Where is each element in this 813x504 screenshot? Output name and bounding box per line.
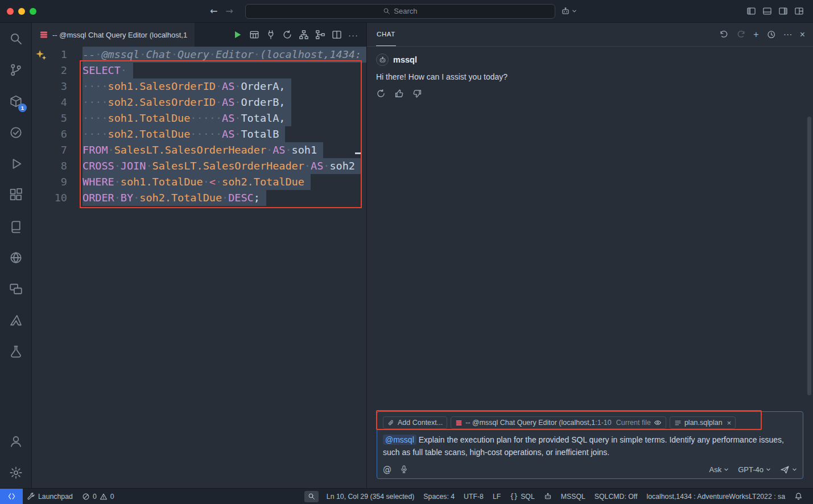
chat-undo-button[interactable]: [719, 30, 729, 39]
chat-close-button[interactable]: ×: [800, 30, 805, 39]
navigate-forward-button[interactable]: →: [222, 6, 237, 16]
sidebar-item-github[interactable]: [0, 242, 32, 273]
sidebar-item-run-debug[interactable]: [0, 148, 32, 179]
search-input[interactable]: Search: [245, 4, 555, 19]
send-button[interactable]: [780, 465, 797, 474]
code-line[interactable]: 8CROSS·JOIN·SalesLT.SalesOrderHeader·AS·…: [32, 158, 366, 174]
extensions-icon: [9, 188, 23, 202]
chat-input-text[interactable]: @mssql Explain the execution plan for th…: [383, 434, 797, 458]
copilot-icon: [561, 7, 570, 16]
bot-icon: [379, 56, 386, 64]
cursor-position-indicator[interactable]: Ln 10, Col 29 (354 selected): [322, 489, 419, 504]
encoding-indicator[interactable]: UTF-8: [459, 489, 488, 504]
plug-icon: [266, 30, 276, 40]
code-line[interactable]: 1--·@mssql·Chat·Query·Editor·(localhost,…: [32, 47, 366, 63]
maximize-window-button[interactable]: [30, 8, 36, 15]
split-editor-button[interactable]: [332, 30, 342, 40]
remote-indicator[interactable]: [0, 489, 23, 504]
chat-input-container: Add Context... -- @mssql Chat Query Edit…: [377, 411, 803, 479]
sidebar-item-sql-projects[interactable]: [0, 336, 32, 367]
editor-content[interactable]: 1--·@mssql·Chat·Query·Editor·(localhost,…: [32, 47, 366, 488]
sidebar-item-source-control[interactable]: [0, 54, 32, 85]
navigate-back-button[interactable]: ←: [206, 6, 221, 16]
chat-input-body: Explain the execution plan for the provi…: [383, 435, 784, 457]
change-connection-button[interactable]: [282, 30, 292, 40]
selection-highlight: ····soh1.TotalDue·····AS·TotalA,: [82, 110, 291, 126]
sidebar-item-notebooks[interactable]: [0, 210, 32, 242]
minimize-window-button[interactable]: [18, 8, 25, 15]
regenerate-button[interactable]: [376, 89, 386, 98]
mssql-status-button[interactable]: MSSQL: [556, 489, 590, 504]
eol-indicator[interactable]: LF: [488, 489, 505, 504]
chat-history-button[interactable]: [766, 30, 776, 39]
results-grid-button[interactable]: [249, 30, 259, 40]
code-line[interactable]: 2SELECT·: [32, 63, 366, 79]
selection-highlight: ····soh1.SalesOrderID·AS·OrderA,: [82, 79, 291, 94]
launchpad-label: Launchpad: [38, 493, 73, 501]
new-chat-button[interactable]: +: [753, 30, 758, 39]
language-indicator[interactable]: {}SQL: [505, 489, 539, 504]
mention-button[interactable]: @: [383, 464, 391, 474]
remove-chip-icon[interactable]: ×: [727, 419, 732, 427]
code-line[interactable]: 9WHERE·soh1.TotalDue·<·soh2.TotalDue: [32, 174, 366, 190]
editor-more-actions-button[interactable]: ···: [348, 30, 358, 40]
mode-selector[interactable]: Ask: [709, 465, 729, 474]
message-actions: [376, 89, 804, 98]
toggle-secondary-sidebar-button[interactable]: [778, 6, 788, 16]
copilot-status-button[interactable]: [539, 489, 556, 504]
notifications-bell-button[interactable]: [790, 489, 807, 504]
sidebar-item-extensions[interactable]: [0, 179, 32, 210]
mssql-mention: @mssql: [383, 435, 416, 445]
sidebar-item-remote-explorer[interactable]: [0, 273, 32, 304]
code-line[interactable]: 5····soh1.TotalDue·····AS·TotalA,: [32, 110, 366, 126]
sidebar-item-settings[interactable]: [0, 457, 32, 488]
toggle-panel-button[interactable]: [762, 6, 772, 16]
sidebar-item-testing[interactable]: [0, 117, 32, 148]
regenerate-icon: [376, 89, 386, 98]
chat-more-button[interactable]: ···: [783, 30, 793, 39]
line-number: 3: [32, 79, 67, 94]
thumbs-up-icon: [394, 89, 404, 98]
show-schema-button[interactable]: [299, 30, 309, 40]
model-selector[interactable]: GPT-4o: [738, 465, 771, 474]
mic-button[interactable]: [399, 465, 408, 474]
toggle-primary-sidebar-button[interactable]: [746, 6, 756, 16]
disconnect-button[interactable]: [266, 30, 276, 40]
context-chip-plan-file[interactable]: plan.sqlplan ×: [670, 416, 736, 429]
sidebar-item-search[interactable]: [0, 23, 32, 54]
thumbs-up-button[interactable]: [394, 89, 404, 98]
tab-chat[interactable]: CHAT: [376, 23, 396, 46]
code-line[interactable]: 7FROM·SalesLT.SalesOrderHeader·AS·soh1: [32, 142, 366, 158]
sidebar-item-connections[interactable]: 1: [0, 85, 32, 117]
launchpad-button[interactable]: Launchpad: [23, 489, 77, 504]
code-line[interactable]: 4····soh2.SalesOrderID·AS·OrderB,: [32, 94, 366, 110]
connection-status[interactable]: localhost,1434 : AdventureWorksLT2022 : …: [642, 489, 790, 504]
chat-redo-button[interactable]: [736, 30, 746, 39]
estimated-plan-button[interactable]: [315, 30, 325, 40]
editor-tab[interactable]: -- @mssql Chat Query Editor (localhost,1: [32, 23, 195, 47]
thumbs-down-button[interactable]: [412, 89, 422, 98]
add-context-button[interactable]: Add Context...: [383, 416, 447, 429]
code-line[interactable]: 6····soh2.TotalDue·····AS·TotalB: [32, 126, 366, 142]
code-line[interactable]: 10ORDER·BY·soh2.TotalDue·DESC;: [32, 190, 366, 206]
copilot-sparkle-icon[interactable]: [35, 49, 47, 60]
sidebar-item-azure[interactable]: [0, 304, 32, 336]
chat-scrollbar[interactable]: [807, 117, 811, 395]
context-chip-current-file[interactable]: -- @mssql Chat Query Editor (localhost,1…: [451, 416, 666, 429]
sqlcmd-toggle[interactable]: SQLCMD: Off: [590, 489, 642, 504]
close-icon: ×: [800, 30, 805, 39]
customize-layout-button[interactable]: [794, 6, 804, 16]
close-window-button[interactable]: [7, 8, 14, 15]
indentation-indicator[interactable]: Spaces: 4: [419, 489, 459, 504]
book-icon: [9, 220, 23, 233]
run-query-button[interactable]: [232, 29, 243, 40]
sidebar-item-accounts[interactable]: [0, 425, 32, 457]
code-line[interactable]: 3····soh1.SalesOrderID·AS·OrderA,: [32, 79, 366, 94]
hierarchy-icon: [299, 30, 309, 40]
forward-arrow-icon: →: [226, 6, 233, 16]
table-icon: [249, 30, 259, 40]
zoom-indicator[interactable]: [304, 491, 319, 502]
search-icon: [383, 7, 390, 15]
copilot-menu-button[interactable]: [561, 7, 577, 16]
problems-button[interactable]: 0 0: [77, 489, 119, 504]
